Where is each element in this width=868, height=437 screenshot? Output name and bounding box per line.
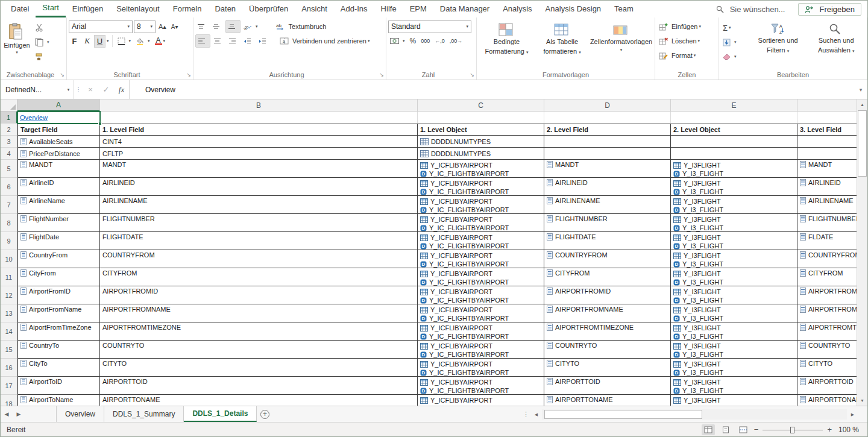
cell-C13[interactable]: Y_ICFLIBYAIRPORTDY_IC_FLIGHTBYAIRPORT — [418, 304, 544, 322]
cell-D16[interactable]: CITYTO — [544, 359, 671, 377]
cell-D2[interactable]: 2. Level Field — [544, 124, 671, 136]
cancel-button[interactable]: × — [83, 80, 98, 99]
cell-E15[interactable]: Y_I3FLIGHTDY_I3_FLIGHT — [671, 341, 797, 359]
row-header-7[interactable]: 7 — [1, 196, 17, 214]
cell-A11[interactable]: CityFrom — [17, 268, 100, 286]
column-header-B[interactable]: B — [100, 99, 418, 112]
page-layout-view-button[interactable] — [719, 424, 732, 435]
cut-button[interactable] — [33, 21, 51, 34]
cell-A17[interactable]: AirportToID — [17, 377, 100, 395]
ribbon-tab-einfügen[interactable]: Einfügen — [66, 1, 110, 17]
zoom-out-button[interactable]: − — [754, 425, 759, 434]
underline-button[interactable]: U — [94, 35, 105, 48]
cell-C15[interactable]: Y_ICFLIBYAIRPORTDY_IC_FLIGHTBYAIRPORT — [418, 341, 544, 359]
formula-bar-handle[interactable]: ⋮ — [74, 80, 83, 99]
cell-C14[interactable]: Y_ICFLIBYAIRPORTDY_IC_FLIGHTBYAIRPORT — [418, 322, 544, 341]
cell-B13[interactable]: AIRPORTFROMNAME — [100, 304, 418, 322]
hscroll-right-arrow[interactable]: ▶ — [848, 409, 858, 420]
cell-E12[interactable]: Y_I3FLIGHTDY_I3_FLIGHT — [671, 286, 797, 304]
zoom-in-button[interactable]: + — [827, 425, 832, 434]
delete-cells-button[interactable]: Löschen ▾ — [657, 34, 717, 48]
number-format-select[interactable]: Standard▾ — [388, 20, 471, 33]
font-size-select[interactable]: 8▾ — [134, 20, 156, 33]
cell-D7[interactable]: AIRLINENAME — [544, 196, 671, 214]
cell-D5[interactable]: MANDT — [544, 160, 671, 178]
align-left-button[interactable] — [195, 34, 210, 48]
wrap-text-button[interactable]: ab Textumbruch — [274, 20, 329, 33]
zoom-slider[interactable] — [763, 426, 823, 434]
share-button[interactable]: Freigeben — [798, 3, 861, 16]
percent-style-button[interactable]: % — [408, 34, 418, 48]
cell-C8[interactable]: Y_ICFLIBYAIRPORTDY_IC_FLIGHTBYAIRPORT — [418, 214, 544, 232]
column-header-D[interactable]: D — [544, 99, 671, 112]
fill-color-button[interactable]: ▾ — [134, 34, 152, 48]
vertical-scrollbar[interactable]: ▲ ▼ — [857, 99, 867, 406]
tell-me-box[interactable]: Sie wünschen... — [716, 5, 785, 14]
cell-F7[interactable]: AIRLINENAME — [797, 196, 857, 214]
ribbon-tab-formeln[interactable]: Formeln — [166, 1, 209, 17]
copy-button[interactable]: ▾ — [33, 36, 51, 49]
vertical-scroll-thumb[interactable] — [858, 110, 867, 177]
ribbon-tab-analysis-design[interactable]: Analysis Design — [539, 1, 608, 17]
paste-button[interactable]: Einfügen ▾ — [2, 19, 31, 63]
borders-button[interactable]: ▾ — [116, 34, 133, 48]
cell-D17[interactable]: AIRPORTTOID — [544, 377, 671, 395]
cell-F4[interactable] — [797, 148, 857, 160]
cell-F18[interactable]: AIRPORTTONAME — [797, 395, 857, 406]
align-middle-button[interactable] — [210, 20, 224, 33]
cell-F10[interactable]: COUNTRYFROM — [797, 250, 857, 268]
cell-A14[interactable]: AiportFromTimeZone — [17, 322, 100, 341]
column-header-F[interactable]: F — [797, 99, 857, 112]
row-header-17[interactable]: 17 — [1, 377, 17, 395]
sort-filter-button[interactable]: AZ Sortieren und Filtern ▾ — [749, 19, 808, 54]
cell-F5[interactable]: MANDT — [797, 160, 857, 178]
column-header-C[interactable]: C — [418, 99, 544, 112]
cell-B16[interactable]: CITYTO — [100, 359, 418, 377]
cell-E8[interactable]: Y_I3FLIGHTDY_I3_FLIGHT — [671, 214, 797, 232]
increase-font-button[interactable]: A▴ — [157, 20, 168, 33]
cell-E18[interactable]: Y_I3FLIGHTDY_I3_FLIGHT — [671, 395, 797, 406]
cell-E16[interactable]: Y_I3FLIGHTDY_I3_FLIGHT — [671, 359, 797, 377]
cell-D14[interactable]: AIPORTFROMTIMEZONE — [544, 322, 671, 341]
ribbon-tab-data-manager[interactable]: Data Manager — [433, 1, 496, 17]
cell-E4[interactable] — [671, 148, 797, 160]
row-header-11[interactable]: 11 — [1, 268, 17, 286]
ribbon-tab-ansicht[interactable]: Ansicht — [295, 1, 334, 17]
cell-A5[interactable]: MANDT — [17, 160, 100, 178]
ribbon-tab-start[interactable]: Start — [36, 1, 65, 17]
fill-button[interactable]: ▾ — [721, 36, 749, 49]
sheet-tab-ddls-1-summary[interactable]: DDLS_1_Summary — [104, 406, 184, 422]
align-top-button[interactable] — [195, 20, 209, 33]
cell-C7[interactable]: Y_ICFLIBYAIRPORTDY_IC_FLIGHTBYAIRPORT — [418, 196, 544, 214]
decrease-font-button[interactable]: A▾ — [169, 20, 180, 33]
cell-D18[interactable]: AIRPORTTONAME — [544, 395, 671, 406]
bold-button[interactable]: F — [69, 35, 80, 48]
ribbon-tab-add-ins[interactable]: Add-Ins — [334, 1, 374, 17]
orientation-button[interactable]: ab▾ — [242, 20, 260, 33]
cell-F8[interactable]: FLIGHTNUMBER — [797, 214, 857, 232]
ribbon-tab-epm[interactable]: EPM — [403, 1, 433, 17]
cell-E2[interactable]: 2. Level Object — [671, 124, 797, 136]
cell-B1[interactable] — [100, 112, 418, 124]
cell-A12[interactable]: AirportFromID — [17, 286, 100, 304]
cell-B12[interactable]: AIRPORTFROMID — [100, 286, 418, 304]
dialog-launcher-alignment[interactable]: ↘ — [379, 72, 384, 78]
increase-decimal-button[interactable]: ←,0 — [433, 34, 447, 48]
cell-C5[interactable]: Y_ICFLIBYAIRPORTDY_IC_FLIGHTBYAIRPORT — [418, 160, 544, 178]
font-color-button[interactable]: A▾ — [153, 34, 168, 48]
ribbon-tab-hilfe[interactable]: Hilfe — [374, 1, 403, 17]
row-header-18[interactable]: 18 — [1, 395, 17, 406]
cell-A10[interactable]: CountryFrom — [17, 250, 100, 268]
row-header-16[interactable]: 16 — [1, 359, 17, 377]
cell-F6[interactable]: AIRLINEID — [797, 178, 857, 196]
page-break-view-button[interactable] — [737, 424, 750, 435]
row-header-12[interactable]: 12 — [1, 286, 17, 304]
row-header-9[interactable]: 9 — [1, 232, 17, 250]
cell-A13[interactable]: AirportFromName — [17, 304, 100, 322]
ribbon-tab-seitenlayout[interactable]: Seitenlayout — [110, 1, 166, 17]
cell-F3[interactable] — [797, 136, 857, 148]
cell-C9[interactable]: Y_ICFLIBYAIRPORTDY_IC_FLIGHTBYAIRPORT — [418, 232, 544, 250]
row-header-3[interactable]: 3 — [1, 136, 17, 148]
ribbon-tab-team[interactable]: Team — [608, 1, 640, 17]
zoom-slider-thumb[interactable] — [790, 427, 794, 433]
